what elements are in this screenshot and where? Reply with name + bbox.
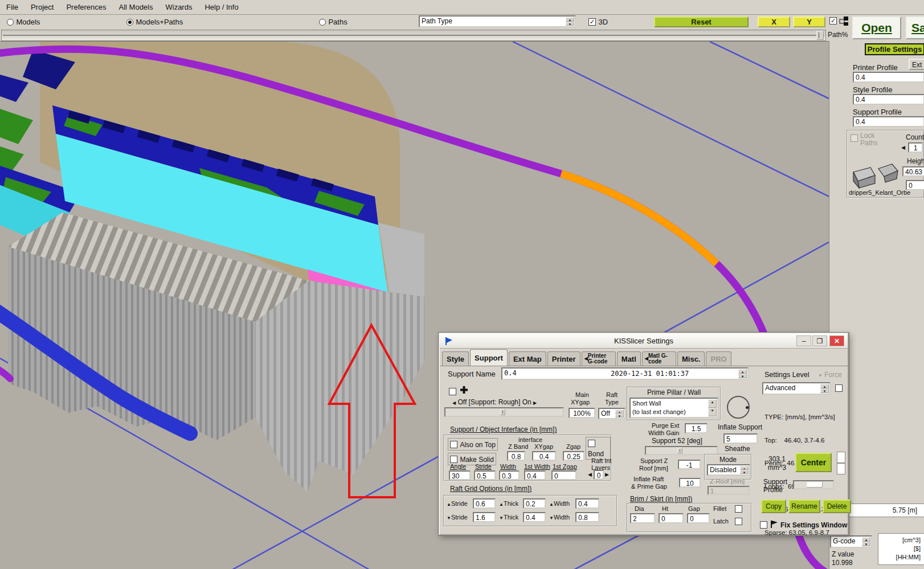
path-percent-slider[interactable] bbox=[1, 30, 826, 41]
path-type-combo[interactable]: Path Type ▲▼ bbox=[419, 15, 576, 27]
tab-misc[interactable]: Misc. bbox=[677, 351, 705, 366]
prime-pillar-combo[interactable]: Short Wall (to last ext change) ▲▼ bbox=[629, 398, 718, 418]
rg-up-stride-field[interactable]: 0.6 bbox=[473, 498, 496, 509]
threed-toggle[interactable]: ✓ 3D bbox=[588, 17, 608, 27]
x-axis-button[interactable]: X bbox=[758, 17, 790, 27]
rg-down-stride-field[interactable]: 1.6 bbox=[473, 512, 496, 522]
prime-location-dial[interactable] bbox=[727, 396, 750, 419]
dia-field[interactable]: 2 bbox=[630, 513, 655, 523]
gcode-combo[interactable]: G-code ▲▼ bbox=[830, 535, 872, 548]
model-thumbnail[interactable] bbox=[849, 156, 900, 189]
mini-spinner-down[interactable] bbox=[837, 463, 845, 474]
support-profile-field[interactable]: 0.4 bbox=[853, 116, 924, 127]
spinner-updown-icon[interactable]: ▲▼ bbox=[566, 17, 574, 26]
latch-checkbox[interactable] bbox=[735, 518, 742, 525]
delete-profile-button[interactable]: Delete bbox=[823, 500, 851, 513]
tab-matl[interactable]: Matl bbox=[617, 351, 641, 366]
rg-up-thick-field[interactable]: 0.2 bbox=[523, 498, 546, 509]
raft-type-combo[interactable]: Off ▲▼ bbox=[598, 408, 625, 419]
ht-field[interactable]: 0 bbox=[659, 513, 684, 523]
inflate-support-field[interactable]: 5 bbox=[723, 433, 758, 444]
tab-pro[interactable]: PRO bbox=[706, 351, 731, 366]
menu-project[interactable]: Project bbox=[24, 3, 60, 11]
support-name-combo[interactable]: 0.4 2020-12-31 01:01:37 ▲▼ bbox=[501, 367, 749, 380]
y-axis-button[interactable]: Y bbox=[793, 17, 825, 27]
tab-printer[interactable]: Printer bbox=[547, 351, 580, 366]
spinner-updown-icon[interactable]: ▲▼ bbox=[738, 369, 747, 378]
slider-handle[interactable] bbox=[816, 31, 824, 40]
raft-int-layers-field[interactable]: 0 bbox=[594, 470, 604, 480]
rg-down-thick-field[interactable]: 0.4 bbox=[523, 512, 546, 522]
support-z-roof-field[interactable]: -1 bbox=[678, 460, 701, 469]
checked-checkbox-icon[interactable]: ✓ bbox=[588, 18, 596, 26]
count-left-arrow-icon[interactable]: ◀ bbox=[901, 145, 905, 150]
main-xygap-field[interactable]: 100% bbox=[569, 408, 595, 418]
spinner-updown-icon[interactable]: ▲▼ bbox=[862, 537, 870, 546]
first-zgap-field[interactable]: 0 bbox=[551, 470, 577, 480]
menu-file[interactable]: File bbox=[0, 3, 24, 11]
copy-profile-button[interactable]: Copy bbox=[761, 500, 786, 513]
spinner-updown-icon[interactable]: ▲▼ bbox=[708, 399, 717, 416]
right-arrow-icon[interactable]: ▶ bbox=[533, 400, 537, 406]
inflate-raft-field[interactable]: 10 bbox=[679, 478, 701, 488]
zgap-field[interactable]: 0.25 bbox=[563, 451, 584, 461]
add-support-plus-icon[interactable] bbox=[460, 386, 468, 394]
width-field[interactable]: 0.3 bbox=[499, 470, 520, 480]
tab-ext-map[interactable]: Ext Map bbox=[509, 351, 546, 366]
menu-help-info[interactable]: Help / Info bbox=[198, 3, 244, 11]
minimize-button[interactable]: – bbox=[796, 335, 811, 346]
settings-level-combo[interactable]: Advanced ▲▼ bbox=[762, 382, 831, 395]
rg-up-width-field[interactable]: 0.4 bbox=[575, 498, 599, 509]
spinner-updown-icon[interactable]: ▲▼ bbox=[740, 466, 749, 474]
force-checkbox[interactable] bbox=[835, 384, 843, 392]
kisslicer-settings-dialog[interactable]: KISSlicer Settings – ❐ ✕ Style Support E… bbox=[439, 333, 849, 535]
maximize-button[interactable]: ❐ bbox=[812, 335, 827, 346]
radio-icon[interactable] bbox=[319, 19, 326, 26]
radio-icon[interactable] bbox=[7, 19, 14, 26]
profile-selector-slider[interactable] bbox=[793, 480, 834, 489]
slider-handle[interactable] bbox=[807, 482, 823, 488]
view-mode-models-paths[interactable]: Models+Paths bbox=[126, 17, 183, 27]
ext-map-button[interactable]: Ext M bbox=[909, 59, 924, 70]
bond-option[interactable]: Bond bbox=[586, 437, 611, 460]
tab-printer-gcode[interactable]: ◀ Printer G-code bbox=[582, 351, 616, 366]
layer-stack-icon[interactable] bbox=[839, 16, 849, 26]
radio-selected-icon[interactable] bbox=[126, 19, 133, 26]
menu-all-models[interactable]: All Models bbox=[113, 3, 160, 11]
sheathe-mode-combo[interactable]: Disabled ▲▼ bbox=[707, 464, 750, 476]
angle-field[interactable]: 30 bbox=[449, 470, 471, 480]
tab-matl-gcode[interactable]: ◀ Matl G-code bbox=[642, 351, 676, 366]
mini-spinner-up[interactable] bbox=[837, 452, 845, 463]
fillet-checkbox[interactable] bbox=[735, 505, 742, 513]
reset-button[interactable]: Reset bbox=[654, 17, 749, 27]
first-width-field[interactable]: 0.4 bbox=[524, 470, 546, 480]
unchecked-checkbox-icon[interactable] bbox=[450, 441, 457, 448]
menu-wizards[interactable]: Wizards bbox=[159, 3, 198, 11]
also-on-top-option[interactable]: Also on Top bbox=[448, 438, 498, 451]
slider-handle[interactable] bbox=[677, 448, 682, 453]
z-band-field[interactable]: 0.8 bbox=[507, 451, 525, 461]
fix-settings-checkbox[interactable] bbox=[760, 521, 767, 529]
center-button[interactable]: Center bbox=[795, 453, 832, 472]
height-field[interactable]: 40.63 bbox=[902, 166, 924, 177]
tab-style[interactable]: Style bbox=[442, 351, 469, 366]
stride-field[interactable]: 0.5 bbox=[474, 470, 496, 480]
view-mode-paths[interactable]: Paths bbox=[319, 17, 347, 27]
rg-down-width-field[interactable]: 0.8 bbox=[575, 512, 599, 522]
unchecked-checkbox-icon[interactable] bbox=[588, 440, 595, 447]
spinner-updown-icon[interactable]: ▲▼ bbox=[820, 384, 829, 393]
slider-handle[interactable] bbox=[500, 409, 505, 415]
close-button[interactable]: ✕ bbox=[829, 335, 844, 346]
gap-field[interactable]: 0 bbox=[687, 513, 710, 523]
left-arrow-icon[interactable]: ◀ bbox=[588, 472, 592, 477]
rename-profile-button[interactable]: Rename bbox=[788, 500, 820, 513]
lock-paths-checkbox[interactable] bbox=[851, 134, 858, 142]
dialog-titlebar[interactable]: KISSlicer Settings – ❐ ✕ bbox=[440, 334, 848, 349]
support-paint-checkbox[interactable] bbox=[449, 388, 456, 395]
view-mode-models[interactable]: Models bbox=[7, 17, 40, 27]
layers-toggle-checkbox[interactable]: ✓ bbox=[829, 17, 837, 24]
purge-width-gain-field[interactable]: 1.5 bbox=[685, 423, 708, 433]
menu-preferences[interactable]: Preferences bbox=[60, 3, 112, 11]
right-arrow-icon[interactable]: ▶ bbox=[605, 472, 609, 477]
spinner-updown-icon[interactable]: ▲▼ bbox=[615, 410, 624, 417]
